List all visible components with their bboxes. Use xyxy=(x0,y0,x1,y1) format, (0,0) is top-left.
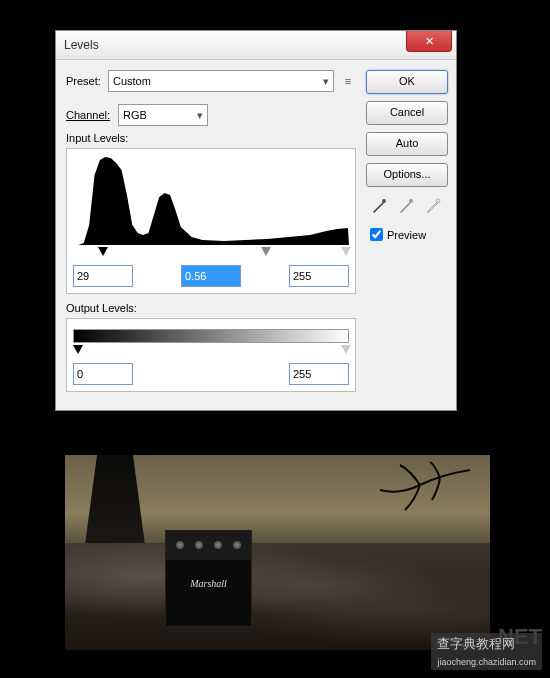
left-column: Preset: Custom ≡ Channel: RGB Input Leve… xyxy=(66,70,356,400)
output-black-handle[interactable] xyxy=(73,345,83,354)
amp-knob xyxy=(176,541,184,549)
svg-point-2 xyxy=(436,199,440,203)
watermark: 查字典教程网 jiaocheng.chazidian.com xyxy=(431,633,542,670)
output-slider-track[interactable] xyxy=(73,345,349,359)
options-button[interactable]: Options... xyxy=(366,163,448,187)
black-eyedropper-icon[interactable] xyxy=(370,197,388,215)
titlebar[interactable]: Levels ✕ xyxy=(56,31,456,60)
amp-knob xyxy=(195,541,203,549)
output-levels-label: Output Levels: xyxy=(66,302,356,314)
dialog-title: Levels xyxy=(64,38,99,52)
input-levels-box xyxy=(66,148,356,294)
input-white-field[interactable] xyxy=(289,265,349,287)
input-slider-track[interactable] xyxy=(73,247,349,261)
preview-label: Preview xyxy=(387,229,426,241)
close-button[interactable]: ✕ xyxy=(406,31,452,52)
preset-label: Preset: xyxy=(66,75,108,87)
ok-button[interactable]: OK xyxy=(366,70,448,94)
auto-button[interactable]: Auto xyxy=(366,132,448,156)
gamma-handle[interactable] xyxy=(261,247,271,256)
preview-row: Preview xyxy=(366,225,446,244)
figure-silhouette xyxy=(85,455,145,545)
tree-branch xyxy=(350,460,470,530)
output-values-row xyxy=(73,363,349,385)
amp-controls xyxy=(166,531,251,560)
svg-point-1 xyxy=(409,199,413,203)
right-column: OK Cancel Auto Options... Preview xyxy=(356,70,446,400)
amp-knob xyxy=(214,541,222,549)
input-gamma-field[interactable] xyxy=(181,265,241,287)
input-black-field[interactable] xyxy=(73,265,133,287)
levels-dialog: Levels ✕ Preset: Custom ≡ Channel: RGB I… xyxy=(55,30,457,411)
channel-row: Channel: RGB xyxy=(66,104,356,126)
cancel-button[interactable]: Cancel xyxy=(366,101,448,125)
watermark-main: 查字典教程网 xyxy=(437,636,515,651)
eyedropper-group xyxy=(366,197,446,215)
preset-select[interactable]: Custom xyxy=(108,70,334,92)
output-white-field[interactable] xyxy=(289,363,349,385)
preset-value: Custom xyxy=(113,75,151,87)
amp-brand-label: Marshall xyxy=(166,560,251,589)
black-point-handle[interactable] xyxy=(98,247,108,256)
output-black-field[interactable] xyxy=(73,363,133,385)
dialog-body: Preset: Custom ≡ Channel: RGB Input Leve… xyxy=(56,60,456,410)
white-eyedropper-icon[interactable] xyxy=(424,197,442,215)
rocks xyxy=(65,543,490,650)
preset-row: Preset: Custom ≡ xyxy=(66,70,356,92)
output-white-handle[interactable] xyxy=(341,345,351,354)
channel-select[interactable]: RGB xyxy=(118,104,208,126)
output-levels-box xyxy=(66,318,356,392)
channel-value: RGB xyxy=(123,109,147,121)
close-icon: ✕ xyxy=(425,35,434,48)
amplifier: Marshall xyxy=(165,530,252,627)
svg-point-0 xyxy=(382,199,386,203)
channel-label: Channel: xyxy=(66,109,118,121)
preview-image: Marshall xyxy=(65,455,490,650)
white-point-handle[interactable] xyxy=(341,247,351,256)
input-levels-label: Input Levels: xyxy=(66,132,356,144)
preset-menu-icon[interactable]: ≡ xyxy=(340,73,356,89)
amp-knob xyxy=(233,541,241,549)
input-values-row xyxy=(73,265,349,287)
histogram xyxy=(73,155,349,245)
watermark-url: jiaocheng.chazidian.com xyxy=(437,657,536,667)
output-gradient xyxy=(73,329,349,343)
gray-eyedropper-icon[interactable] xyxy=(397,197,415,215)
preview-checkbox[interactable] xyxy=(370,228,383,241)
